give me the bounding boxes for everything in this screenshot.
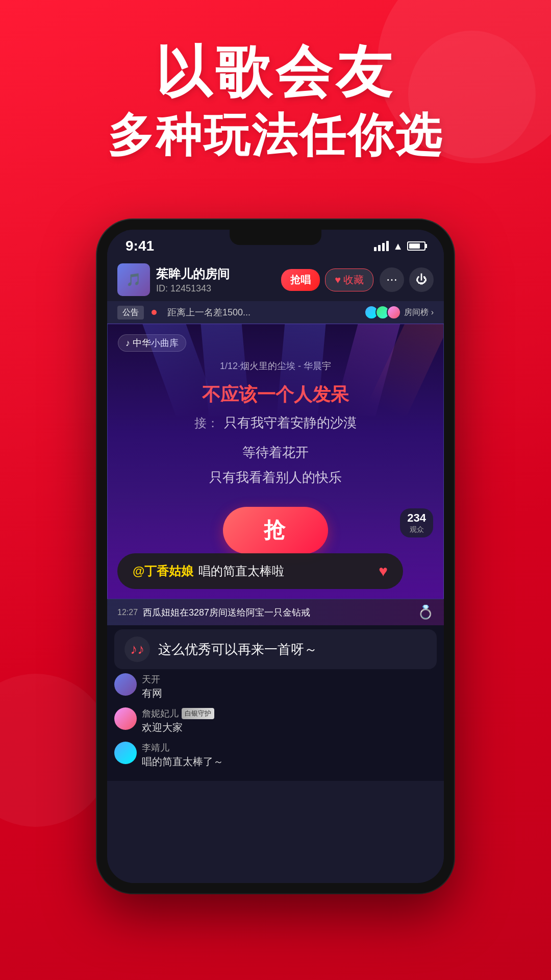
lyrics-next-3: 只有我看着别人的快乐 [118, 467, 433, 488]
chat-msg-1: 有网 [142, 687, 162, 700]
signal-bar-2 [378, 245, 381, 251]
lyrics-next-1: 只有我守着安静的沙漠 [224, 412, 357, 434]
chat-avatar-1 [114, 673, 137, 696]
chat-msg-3: 唱的简直太棒了～ [142, 755, 223, 769]
status-icons: ▲ [374, 240, 425, 252]
grab-btn-wrapper: 抢 [118, 507, 433, 554]
chat-avatar-3 [114, 742, 137, 764]
room-actions: ⋯ ⏻ [380, 267, 434, 292]
comment-toast: @丁香姑娘 唱的简直太棒啦 ♥ [117, 553, 403, 589]
gift-icon: 💍 [417, 604, 434, 620]
room-buttons: 抢唱 ♥ 收藏 [281, 268, 373, 291]
rank-avatar-3 [387, 305, 401, 320]
audience-count: 234 [407, 511, 426, 525]
song-info: 1/12·烟火里的尘埃 - 华晨宇 [118, 360, 433, 372]
audience-badge: 234 观众 [400, 508, 433, 537]
chat-messages: 天开 有网 詹妮妃儿 白银守护 欢迎大家 [107, 673, 444, 769]
room-avatar: 🎵 [117, 263, 150, 296]
chat-row: 天开 有网 [114, 673, 437, 700]
phone-notch [230, 230, 321, 245]
gift-text: 西瓜妞姐在3287房间送给阿宝一只金钻戒 [143, 606, 412, 619]
music-note-icon: ♪♪ [130, 641, 144, 657]
music-icon-wrap: ♪♪ [124, 636, 150, 662]
comment-text: 唱的简直太棒啦 [198, 563, 284, 579]
announce-bar: 公告 距离上一名差1500... 房间榜 › [107, 301, 444, 324]
battery-fill [409, 243, 420, 249]
collect-button[interactable]: ♥ 收藏 [325, 268, 373, 291]
hero-line2: 多种玩法任你选 [0, 108, 551, 163]
signal-bar-4 [386, 241, 389, 251]
status-time: 9:41 [126, 238, 154, 254]
heart-icon: ♥ [335, 274, 341, 286]
chat-avatar-2 [114, 707, 137, 730]
gift-notify: 12:27 西瓜妞姐在3287房间送给阿宝一只金钻戒 💍 [107, 599, 444, 625]
rank-avatars [364, 305, 401, 320]
rank-label: 房间榜 › [404, 307, 434, 318]
music-toast-text: 这么优秀可以再来一首呀～ [158, 641, 427, 658]
chat-area: 12:27 西瓜妞姐在3287房间送给阿宝一只金钻戒 💍 ♪♪ 这么优秀可以再来… [107, 599, 444, 781]
lyrics-next-label: 接： [194, 415, 219, 431]
lyrics-next-2: 等待着花开 [118, 442, 433, 463]
room-rank[interactable]: 房间榜 › [364, 305, 434, 320]
chat-content-2: 詹妮妃儿 白银守护 欢迎大家 [142, 707, 214, 734]
chat-row-3: 李靖儿 唱的简直太棒了～ [114, 742, 437, 769]
comment-at-user: @丁香姑娘 [133, 563, 193, 579]
library-tag: ♪ 中华小曲库 [118, 334, 186, 352]
chat-username-3: 李靖儿 [142, 742, 223, 754]
room-name: 茱眸儿的房间 [156, 266, 275, 282]
phone-frame: 9:41 ▲ 🎵 [97, 219, 454, 893]
signal-bars-icon [374, 241, 389, 251]
battery-tip [425, 244, 427, 248]
heart-float-icon: ♥ [379, 562, 388, 580]
power-button[interactable]: ⏻ [409, 267, 434, 292]
phone-screen: 9:41 ▲ 🎵 [107, 230, 444, 883]
hero-line1: 以歌会友 [0, 41, 551, 103]
more-button[interactable]: ⋯ [380, 267, 404, 292]
room-id: ID: 12451343 [156, 283, 275, 294]
chat-content-1: 天开 有网 [142, 673, 162, 700]
chat-username-1: 天开 [142, 673, 162, 685]
collect-label: 收藏 [343, 273, 364, 287]
lyrics-current: 不应该一个人发呆 [118, 382, 433, 407]
room-header: 🎵 茱眸儿的房间 ID: 12451343 抢唱 ♥ 收藏 ⋯ ⏻ [107, 258, 444, 301]
audience-label: 观众 [410, 525, 424, 533]
guard-badge: 白银守护 [182, 708, 214, 719]
grab-button[interactable]: 抢 [223, 507, 328, 554]
gift-time: 12:27 [117, 608, 138, 617]
room-info: 茱眸儿的房间 ID: 12451343 [156, 266, 275, 294]
chat-msg-2: 欢迎大家 [142, 721, 214, 734]
chat-row-2: 詹妮妃儿 白银守护 欢迎大家 [114, 707, 437, 734]
chat-content-3: 李靖儿 唱的简直太棒了～ [142, 742, 223, 769]
music-toast: ♪♪ 这么优秀可以再来一首呀～ [114, 629, 437, 669]
wifi-icon: ▲ [393, 240, 403, 252]
announce-icon: 公告 [117, 306, 144, 320]
hero-section: 以歌会友 多种玩法任你选 [0, 41, 551, 163]
signal-bar-1 [374, 247, 377, 251]
announce-text: 距离上一名差1500... [167, 306, 357, 318]
phone-wrapper: 9:41 ▲ 🎵 [97, 219, 454, 893]
battery-icon [407, 241, 425, 251]
chat-username-2: 詹妮妃儿 白银守护 [142, 707, 214, 720]
signal-bar-3 [382, 243, 385, 251]
announce-dot [152, 310, 157, 315]
karaoke-container: ♪ 中华小曲库 1/12·烟火里的尘埃 - 华晨宇 不应该一个人发呆 接： 只有… [107, 324, 444, 599]
qiang-button[interactable]: 抢唱 [281, 269, 320, 291]
